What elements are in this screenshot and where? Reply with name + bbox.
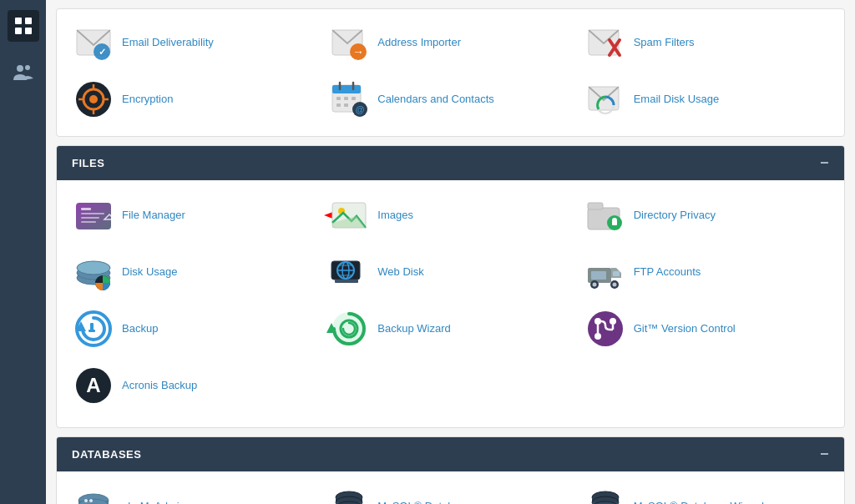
- acronis-backup-label: Acronis Backup: [122, 379, 197, 393]
- file-manager-item[interactable]: File Manager: [67, 187, 322, 244]
- email-deliverability-icon: ✓: [73, 23, 114, 63]
- calendars-contacts-item[interactable]: @ Calendars and Contacts: [322, 71, 578, 128]
- svg-point-79: [594, 333, 601, 340]
- svg-rect-37: [81, 213, 104, 214]
- spam-filters-item[interactable]: Spam Filters: [579, 14, 834, 71]
- acronis-backup-item[interactable]: A Acronis Backup: [67, 357, 322, 414]
- file-manager-label: File Manager: [122, 209, 185, 223]
- mysql-databases-label: MySQL® Databases: [377, 500, 477, 504]
- svg-rect-29: [336, 103, 341, 107]
- svg-rect-68: [613, 271, 620, 276]
- images-label: Images: [377, 209, 413, 223]
- email-section: ✓ Email Deliverability → Address Importe…: [56, 8, 845, 137]
- git-version-control-icon: [585, 309, 625, 349]
- disk-usage-item[interactable]: Disk Usage: [67, 244, 322, 300]
- file-manager-icon: [73, 195, 114, 235]
- spam-filters-label: Spam Filters: [634, 36, 695, 50]
- svg-rect-0: [15, 18, 22, 24]
- svg-point-52: [77, 261, 110, 275]
- svg-point-89: [84, 499, 88, 502]
- svg-point-4: [17, 65, 23, 72]
- svg-rect-30: [344, 103, 348, 107]
- email-deliverability-item[interactable]: ✓ Email Deliverability: [67, 14, 322, 71]
- svg-rect-67: [591, 271, 606, 280]
- images-icon: [329, 195, 369, 235]
- svg-text:→: →: [352, 45, 364, 58]
- phpmyadmin-label: phpMyAdmin: [122, 500, 185, 504]
- email-disk-usage-icon: [585, 79, 625, 119]
- svg-point-5: [25, 65, 30, 70]
- email-disk-usage-item[interactable]: Email Disk Usage: [579, 71, 834, 128]
- web-disk-label: Web Disk: [377, 265, 423, 280]
- svg-point-78: [610, 318, 616, 325]
- svg-rect-72: [89, 330, 95, 332]
- svg-rect-2: [15, 28, 22, 34]
- email-disk-usage-label: Email Disk Usage: [634, 93, 720, 107]
- svg-rect-3: [25, 28, 32, 34]
- svg-rect-39: [81, 221, 96, 223]
- ftp-accounts-item[interactable]: FTP Accounts: [579, 244, 834, 300]
- svg-point-92: [89, 499, 93, 502]
- svg-text:A: A: [86, 374, 100, 396]
- files-section-header: FILES −: [57, 146, 844, 180]
- svg-text:@: @: [356, 104, 365, 114]
- svg-point-77: [594, 318, 601, 325]
- directory-privacy-icon: [585, 195, 625, 235]
- databases-section-header: DATABASES −: [57, 437, 844, 471]
- mysql-databases-icon: [329, 486, 369, 504]
- svg-rect-60: [335, 280, 358, 283]
- svg-rect-26: [336, 97, 341, 100]
- backup-icon: [73, 309, 114, 349]
- databases-section-title: DATABASES: [72, 448, 141, 461]
- sidebar-item-grid[interactable]: [8, 10, 39, 42]
- ftp-accounts-icon: [585, 252, 625, 292]
- encryption-label: Encryption: [122, 93, 173, 107]
- svg-rect-36: [81, 208, 91, 210]
- mysql-databases-item[interactable]: MySQL® Databases: [322, 478, 578, 504]
- svg-rect-38: [81, 217, 99, 219]
- databases-section: DATABASES −: [56, 436, 845, 504]
- directory-privacy-item[interactable]: Directory Privacy: [579, 187, 834, 244]
- disk-usage-label: Disk Usage: [122, 265, 177, 280]
- phpmyadmin-item[interactable]: phpMyAdmin: [67, 478, 322, 504]
- backup-wizard-label: Backup Wizard: [377, 322, 450, 336]
- files-section: FILES −: [56, 145, 845, 428]
- encryption-icon: [73, 79, 114, 119]
- mysql-database-wizard-item[interactable]: Q MySQL® Database Wizard: [579, 478, 834, 504]
- mysql-database-wizard-icon: Q: [585, 486, 625, 504]
- git-version-control-label: Git™ Version Control: [634, 322, 736, 336]
- email-deliverability-label: Email Deliverability: [122, 36, 214, 50]
- backup-wizard-item[interactable]: Backup Wizard: [322, 300, 578, 357]
- phpmyadmin-icon: [73, 486, 114, 504]
- address-importer-icon: →: [329, 23, 369, 63]
- svg-rect-49: [612, 221, 617, 225]
- backup-item[interactable]: Backup: [67, 300, 322, 357]
- web-disk-icon: [329, 252, 369, 292]
- web-disk-item[interactable]: Web Disk: [322, 244, 578, 300]
- databases-section-collapse[interactable]: −: [820, 446, 829, 463]
- sidebar-item-users[interactable]: [8, 57, 39, 88]
- directory-privacy-label: Directory Privacy: [634, 209, 716, 223]
- svg-rect-35: [76, 203, 111, 229]
- svg-rect-28: [352, 97, 356, 100]
- svg-point-66: [612, 283, 616, 287]
- calendars-contacts-icon: @: [329, 79, 369, 119]
- svg-point-64: [592, 283, 596, 287]
- sidebar: [0, 0, 46, 504]
- svg-rect-27: [344, 97, 348, 100]
- files-section-collapse[interactable]: −: [820, 154, 829, 172]
- git-version-control-item[interactable]: Git™ Version Control: [579, 300, 834, 357]
- backup-label: Backup: [122, 322, 158, 336]
- images-item[interactable]: Images: [322, 187, 578, 244]
- calendars-contacts-label: Calendars and Contacts: [377, 93, 493, 107]
- svg-point-17: [89, 95, 98, 103]
- ftp-accounts-label: FTP Accounts: [634, 265, 701, 280]
- files-section-title: FILES: [72, 157, 104, 169]
- mysql-database-wizard-label: MySQL® Database Wizard: [634, 500, 764, 504]
- address-importer-item[interactable]: → Address Importer: [322, 14, 578, 71]
- svg-rect-46: [588, 203, 603, 209]
- encryption-item[interactable]: Encryption: [67, 71, 322, 128]
- svg-rect-23: [332, 85, 361, 93]
- main-content: ✓ Email Deliverability → Address Importe…: [46, 0, 855, 504]
- disk-usage-icon: [73, 252, 114, 292]
